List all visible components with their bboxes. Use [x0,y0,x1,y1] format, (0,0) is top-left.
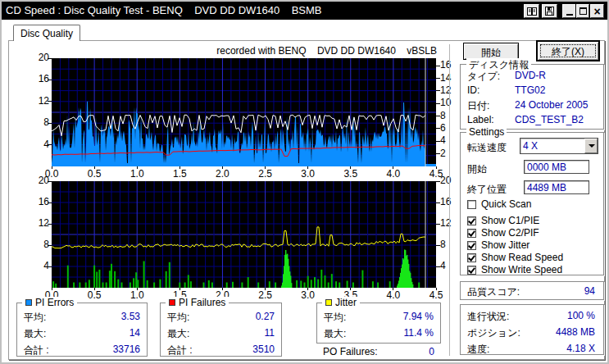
close-icon: × [593,7,600,16]
quality-score-box: 品質スコア: 94 [460,281,604,300]
max-value: 11.4 % [404,327,434,339]
start-pos-input[interactable]: 0000 MB [524,160,589,174]
max-label: 最大: [324,327,346,341]
checkbox-show-read-speed[interactable]: Show Read Speed [467,252,563,263]
avg-label: 平均: [24,311,46,325]
end-pos-input[interactable]: 4489 MB [524,180,589,194]
jitter-color-swatch [325,299,332,306]
book-icon [527,7,537,16]
panel-divider [449,44,450,356]
chart-header: recorded with BENQ DVD DD DW1640 vBSLB [52,45,437,57]
disc-id-label: ID: [467,84,479,96]
checkbox-quick-scan[interactable]: Quick Scan [467,198,531,210]
tab-strip [2,20,607,41]
pi-failures-jitter-chart: 20161284201612840.00.51.01.52.02.53.03.5… [52,181,436,288]
checkbox-icon [467,216,476,225]
speed-readout-value: 4.18 X [566,343,595,354]
max-value: 11 [265,327,275,339]
avg-value: 0.27 [256,311,275,322]
progress-value: 100 % [567,310,595,321]
pi-errors-legend: PI Errors [22,297,77,308]
max-label: 最大: [167,327,189,341]
avg-label: 平均: [167,311,189,325]
chevron-down-icon[interactable] [584,139,598,153]
end-pos-label: 終了位置 [467,183,507,197]
disc-info-group: ディスク情報 タイプ: DVD-R ID: TTG02 日付: 24 Octob… [460,64,604,130]
disc-label-value: CDS_TEST_B2 [515,114,584,125]
checkbox-label: Show Write Speed [481,264,562,275]
app-window: CD Speed : Disc Quality Test - BENQ DVD … [0,0,609,364]
checkbox-show-write-speed[interactable]: Show Write Speed [467,264,562,275]
max-value: 14 [130,327,140,339]
pi-failures-title: PI Failures [179,297,225,308]
checkbox-show-c2-pif[interactable]: Show C2/PIF [467,227,539,239]
pi-failures-legend: PI Failures [166,297,229,308]
checkbox-icon [467,241,476,250]
tab-disc-quality[interactable]: Disc Quality [13,25,80,41]
quality-score-label: 品質スコア: [467,285,520,299]
checkbox-show-jitter[interactable]: Show Jitter [467,239,529,251]
pi-errors-statbox: PI Errors 平均:3.53 最大:14 合計 :33716 [16,303,148,357]
checkbox-icon [467,253,476,262]
titlebar: CD Speed : Disc Quality Test - BENQ DVD … [2,2,607,20]
position-value: 4488 MB [556,326,595,338]
exit-button[interactable]: 終了(X) [537,41,599,61]
total-value: 3510 [252,344,275,355]
checkbox-label: Quick Scan [481,198,531,210]
maximize-icon [579,7,587,15]
total-label: 合計 : [167,344,193,357]
checkbox-icon [467,200,476,209]
checkbox-show-c1-pie[interactable]: Show C1/PIE [467,215,539,226]
max-label: 最大: [24,327,46,341]
total-label: 合計 : [24,344,49,357]
save-icon [545,7,554,16]
minimize-button[interactable] [562,4,576,18]
disc-label-label: Label: [467,114,494,125]
focus-rect [540,44,596,57]
tab-page: recorded with BENQ DVD DD DW1640 vBSLB 2… [8,40,605,360]
checkbox-label: Show C2/PIF [481,227,539,239]
avg-value: 3.53 [121,311,140,322]
checkbox-icon [467,266,476,275]
po-failures-value: 0 [429,346,434,357]
window-title: CD Speed : Disc Quality Test - BENQ DVD … [6,4,322,16]
position-label: ポジション: [467,326,520,340]
checkbox-icon [467,229,476,238]
start-button[interactable]: 開始 [463,43,519,60]
save-button[interactable] [542,4,557,18]
disc-id-value: TTG02 [515,84,545,96]
pi-failures-color-swatch [169,299,175,306]
pi-errors-chart: 201612841614121086420.00.51.01.52.02.53.… [52,58,436,166]
minimize-icon [566,14,573,16]
checkbox-label: Show C1/PIE [481,215,539,226]
report-button[interactable] [524,4,539,18]
pi-errors-color-swatch [25,299,32,306]
pi-failures-statbox: PI Failures 平均:0.27 最大:11 合計 :3510 [160,303,282,357]
jitter-title: Jitter [335,297,357,308]
speed-selected-value: 4 X [523,140,538,152]
disc-type-value: DVD-R [515,70,546,81]
disc-date-value: 24 October 2005 [515,99,588,111]
maximize-button[interactable] [576,4,589,18]
speed-select[interactable]: 4 X [520,138,598,154]
speed-readout-label: 速度: [467,343,489,357]
settings-title: Settings [466,126,507,138]
settings-group: Settings 転送速度 4 X 開始 0000 MB 終了位置 4489 M… [460,132,604,275]
pi-errors-title: PI Errors [35,297,74,308]
avg-value: 7.94 % [403,311,434,322]
avg-label: 平均: [324,311,346,325]
disc-date-label: 日付: [467,99,489,113]
total-value: 33716 [113,344,140,355]
po-failures-label: PO Failures: [323,346,378,357]
speed-label: 転送速度 [467,141,507,155]
jitter-statbox: Jitter 平均:7.94 % 最大:11.4 % [316,303,441,344]
checkbox-label: Show Jitter [481,239,529,251]
close-button[interactable]: × [590,4,604,18]
quality-score-value: 94 [584,285,595,297]
progress-box: 進行状況: 100 % ポジション: 4488 MB 速度: 4.18 X [460,304,604,355]
disc-type-label: タイプ: [467,70,500,84]
po-failures-row: PO Failures: 0 [323,346,434,357]
checkbox-label: Show Read Speed [481,252,563,263]
jitter-legend: Jitter [322,297,360,308]
progress-label: 進行状況: [467,310,509,324]
